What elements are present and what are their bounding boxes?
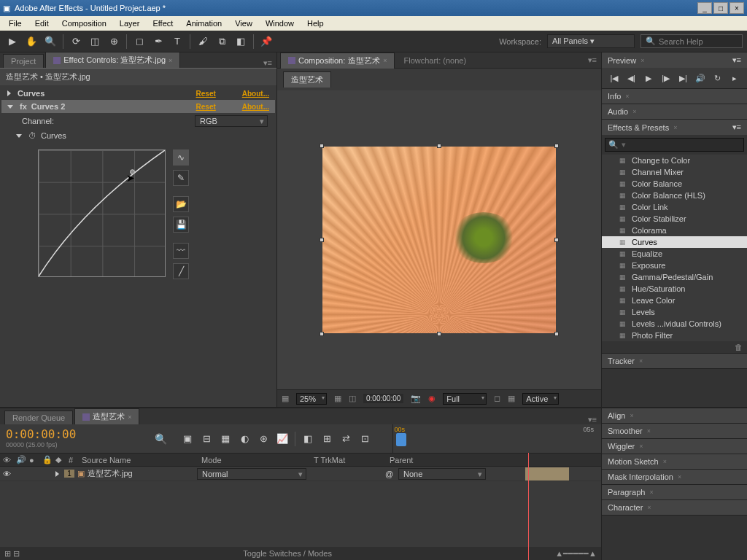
grid-icon[interactable]: ▦	[334, 394, 341, 403]
list-item[interactable]: Equalize	[602, 248, 747, 260]
paragraph-panel-header[interactable]: Paragraph×	[602, 485, 747, 499]
list-item[interactable]: Gamma/Pedestal/Gain	[602, 271, 747, 283]
effect-curves2[interactable]: fx Curves 2 Reset About...	[1, 100, 275, 113]
prev-frame-icon[interactable]: ◀|	[625, 72, 638, 84]
zoom-slider[interactable]: ▲━━━━━▲	[555, 549, 597, 559]
list-item[interactable]: Hue/Saturation	[602, 283, 747, 295]
comp-subtab[interactable]: 造型艺术	[283, 71, 331, 88]
resize-handle-icon[interactable]	[554, 144, 559, 148]
hand-tool-icon[interactable]: ✋	[23, 34, 39, 50]
tl-draft3d-icon[interactable]: ◧	[300, 431, 316, 447]
stopwatch-icon[interactable]: ⏱	[28, 131, 36, 140]
roi-icon[interactable]: ◻	[494, 394, 500, 403]
list-item[interactable]: Levels	[602, 306, 747, 318]
visibility-toggle-icon[interactable]: 👁	[3, 470, 13, 478]
expand-icon[interactable]	[7, 90, 11, 96]
tl-switch2-icon[interactable]: ⊡	[357, 431, 373, 447]
eraser-tool-icon[interactable]: ◧	[233, 34, 249, 50]
selection-tool-icon[interactable]: ▶	[4, 34, 20, 50]
curve-smooth-icon[interactable]: 〰	[173, 243, 189, 259]
puppet-tool-icon[interactable]: 📌	[258, 34, 274, 50]
effects-presets-header[interactable]: Effects & Presets×▾≡	[602, 120, 747, 135]
list-item[interactable]: Color Stabilizer	[602, 213, 747, 225]
effects-search[interactable]: 🔍▾	[605, 138, 744, 152]
align-panel-header[interactable]: Align×	[602, 408, 747, 423]
smoother-panel-header[interactable]: Smoother×	[602, 424, 747, 438]
panel-menu-icon[interactable]: ▾≡	[588, 55, 597, 65]
curves-graph[interactable]: ➤	[38, 149, 166, 277]
magnify-icon[interactable]: ▦	[282, 394, 289, 403]
preview-panel-header[interactable]: Preview×▾≡	[602, 52, 747, 68]
timeline-layer-row[interactable]: 👁 1 ▣ 造型艺术.jpg Normal @ None	[0, 467, 601, 481]
mask-tool-icon[interactable]: ◻	[131, 34, 147, 50]
maximize-button[interactable]: □	[713, 2, 728, 14]
clone-tool-icon[interactable]: ⧉	[214, 34, 230, 50]
parent-dropdown[interactable]: None	[398, 468, 486, 480]
pan-behind-tool-icon[interactable]: ⊕	[106, 34, 122, 50]
tl-frame-blend-icon[interactable]: ▦	[217, 431, 233, 447]
ram-preview-icon[interactable]: ▸	[728, 72, 741, 84]
audio-panel-header[interactable]: Audio×	[602, 104, 747, 119]
channel-icon[interactable]: ◉	[428, 394, 436, 403]
motion-sketch-header[interactable]: Motion Sketch×	[602, 454, 747, 469]
zoom-tool-icon[interactable]: 🔍	[42, 34, 58, 50]
timeline-timecode-area[interactable]: 0:00:00:00 00000 (25.00 fps)	[0, 424, 146, 453]
current-time[interactable]: 0:00:00:00	[363, 394, 403, 403]
reset-link[interactable]: Reset	[196, 103, 216, 111]
list-item[interactable]: Exposure	[602, 260, 747, 271]
workspace-dropdown[interactable]: All Panels ▾	[547, 34, 635, 48]
list-item[interactable]: Channel Mixer	[602, 166, 747, 178]
list-item[interactable]: Color Link	[602, 201, 747, 213]
tab-composition[interactable]: Composition: 造型艺术×	[280, 52, 395, 69]
list-item[interactable]: Change to Color	[602, 155, 747, 166]
list-item-curves[interactable]: Curves	[602, 236, 747, 248]
playhead-icon[interactable]	[396, 433, 406, 446]
expand-icon[interactable]	[7, 105, 13, 109]
toggle-switches-button[interactable]: Toggle Switches / Modes	[243, 549, 332, 558]
menu-layer[interactable]: Layer	[114, 18, 146, 29]
tl-graph-icon[interactable]: 📈	[274, 431, 290, 447]
tl-shy-icon[interactable]: ⊟	[198, 431, 214, 447]
pickwhip-icon[interactable]: @	[385, 470, 395, 478]
effect-curves1[interactable]: Curves Reset About...	[1, 87, 275, 100]
tl-comp-icon[interactable]: ▣	[179, 431, 196, 447]
minimize-button[interactable]: _	[697, 2, 712, 14]
curve-pencil-icon[interactable]: ✎	[173, 170, 189, 186]
view-dropdown[interactable]: Active	[522, 393, 559, 405]
lock-col-icon[interactable]: 🔒	[42, 455, 53, 464]
solo-col-icon[interactable]: ●	[29, 456, 39, 464]
trash-icon[interactable]: 🗑	[735, 343, 743, 351]
about-link[interactable]: About...	[242, 103, 269, 111]
resize-handle-icon[interactable]	[320, 238, 324, 242]
resize-handle-icon[interactable]	[320, 332, 324, 336]
info-panel-header[interactable]: Info×	[602, 89, 747, 104]
loop-icon[interactable]: ↻	[711, 72, 724, 84]
expand-icon[interactable]	[55, 471, 59, 477]
menu-effect[interactable]: Effect	[147, 18, 179, 29]
resize-handle-icon[interactable]	[554, 332, 559, 336]
search-icon[interactable]: 🔍	[155, 433, 167, 445]
list-item[interactable]: Levels ...ividual Controls)	[602, 318, 747, 330]
resize-handle-icon[interactable]	[554, 238, 559, 242]
canvas-image[interactable]	[322, 147, 556, 333]
last-frame-icon[interactable]: ▶|	[677, 72, 690, 84]
curve-line-icon[interactable]: ╱	[173, 263, 189, 279]
pen-tool-icon[interactable]: ✒	[150, 34, 166, 50]
menu-edit[interactable]: Edit	[29, 18, 55, 29]
help-search[interactable]: 🔍 Search Help	[640, 34, 743, 48]
menu-help[interactable]: Help	[301, 18, 330, 29]
tl-brainstorm-icon[interactable]: ⊛	[255, 431, 271, 447]
resolution-dropdown[interactable]: Full	[443, 393, 487, 405]
menu-animation[interactable]: Animation	[180, 18, 228, 29]
layer-name[interactable]: 造型艺术.jpg	[88, 468, 133, 479]
tab-effect-controls[interactable]: Effect Controls: 造型艺术.jpg×	[45, 52, 180, 68]
rotate-tool-icon[interactable]: ⟳	[68, 34, 84, 50]
tl-switch-icon[interactable]: ⇄	[338, 431, 354, 447]
about-link[interactable]: About...	[242, 90, 269, 98]
list-item[interactable]: Color Balance	[602, 178, 747, 190]
wiggler-panel-header[interactable]: Wiggler×	[602, 439, 747, 454]
menu-view[interactable]: View	[229, 18, 258, 29]
menu-window[interactable]: Window	[260, 18, 300, 29]
menu-file[interactable]: File	[3, 18, 28, 29]
snapshot-icon[interactable]: 📷	[411, 394, 421, 403]
